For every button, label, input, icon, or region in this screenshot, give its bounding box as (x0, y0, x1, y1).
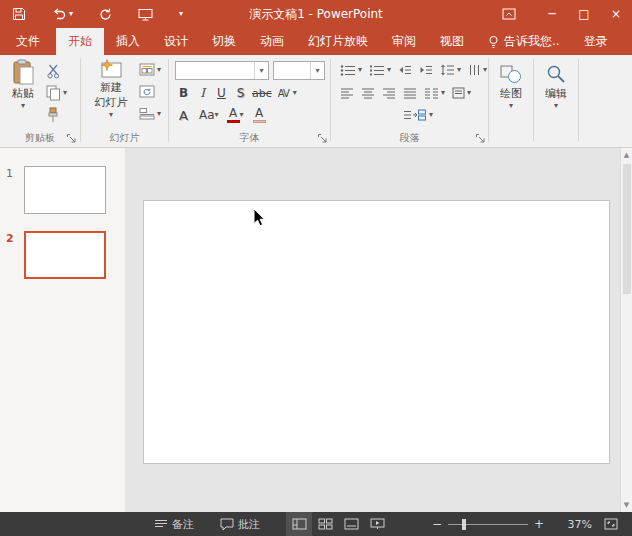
decrease-indent-icon (398, 64, 412, 76)
editing-label: 编辑 (545, 87, 567, 100)
format-painter-button[interactable] (46, 107, 60, 123)
layout-button[interactable]: ▾ (139, 63, 161, 76)
zoom-percentage[interactable]: 37% (556, 518, 592, 531)
cut-button[interactable] (46, 63, 61, 79)
reset-button[interactable] (139, 85, 155, 98)
strikethrough-button[interactable]: abc (250, 84, 274, 102)
new-slide-dropdown-icon: ▾ (109, 111, 113, 119)
sign-in-button[interactable]: 登录 (572, 28, 620, 55)
share-button[interactable]: 共享 (620, 28, 632, 55)
ribbon-display-options-button[interactable] (494, 0, 524, 28)
tab-view[interactable]: 视图 (428, 28, 476, 55)
bullets-button[interactable]: ▾ (337, 61, 365, 79)
columns-icon (424, 87, 439, 99)
maximize-button[interactable]: □ (568, 0, 600, 28)
tell-me-label: 告诉我您.. (504, 33, 560, 50)
clipboard-dialog-launcher[interactable] (66, 133, 77, 144)
zoom-out-button[interactable]: − (428, 512, 446, 536)
tab-animations[interactable]: 动画 (248, 28, 296, 55)
tab-review[interactable]: 审阅 (380, 28, 428, 55)
convert-smartart-button[interactable]: ▾ (400, 106, 436, 124)
tab-design[interactable]: 设计 (152, 28, 200, 55)
editing-group-button[interactable]: 编辑 ▾ (534, 63, 578, 110)
font-dialog-launcher[interactable] (317, 133, 328, 144)
mouse-cursor-icon (253, 208, 265, 227)
scrollbar-thumb[interactable] (623, 164, 631, 294)
text-shadow-button[interactable]: S (231, 84, 250, 102)
font-color-button[interactable]: A ▾ (225, 106, 246, 124)
minimize-button[interactable]: ─ (536, 0, 568, 28)
font-name-combobox[interactable]: ▾ (175, 61, 269, 80)
italic-button[interactable]: I (193, 84, 212, 102)
tab-home[interactable]: 开始 (56, 28, 104, 55)
numbered-list-icon (369, 64, 385, 76)
slide-canvas[interactable] (143, 200, 610, 464)
drawing-label: 绘图 (500, 87, 522, 100)
reading-view-icon (344, 518, 359, 530)
font-size-dropdown-icon[interactable]: ▾ (310, 62, 324, 79)
tab-slide-show[interactable]: 幻灯片放映 (296, 28, 380, 55)
paste-button[interactable]: 粘贴 ▾ (4, 59, 42, 110)
format-painter-icon (46, 107, 60, 123)
character-spacing-dropdown-icon[interactable]: ▾ (293, 89, 297, 97)
section-button[interactable]: ▾ (139, 107, 161, 120)
slide-2-thumbnail[interactable] (24, 231, 106, 279)
font-buttons-row: B I U S abc AV ▾ (174, 84, 297, 102)
justify-button[interactable] (400, 84, 420, 102)
text-direction-dropdown-icon: ▾ (483, 66, 487, 74)
clear-formatting-letter: A (255, 108, 263, 119)
slide-thumbnail-panel: 1 2 (0, 148, 125, 512)
normal-view-button[interactable] (286, 512, 312, 536)
slide-1-thumbnail[interactable] (24, 166, 106, 214)
fit-to-window-button[interactable] (598, 512, 624, 536)
zoom-slider[interactable] (448, 524, 528, 525)
slideshow-view-button[interactable] (364, 512, 390, 536)
reading-view-button[interactable] (338, 512, 364, 536)
grow-font-button[interactable]: A (174, 106, 193, 124)
align-text-button[interactable]: ▾ (449, 84, 474, 102)
scroll-down-arrow[interactable]: ▼ (621, 498, 632, 512)
bullet-list-icon (340, 64, 356, 76)
dialog-launcher-icon (317, 133, 328, 144)
bold-button[interactable]: B (174, 84, 193, 102)
decrease-indent-button[interactable] (395, 61, 415, 79)
font-name-dropdown-icon[interactable]: ▾ (254, 62, 268, 79)
text-direction-button[interactable]: ▾ (465, 61, 490, 79)
new-slide-button[interactable]: 新建 幻灯片 ▾ (87, 59, 135, 119)
notes-button[interactable]: 备注 (146, 512, 202, 536)
scroll-up-arrow[interactable]: ▲ (621, 148, 632, 162)
font-group-label: 字体 (169, 131, 330, 145)
drawing-group-button[interactable]: 绘图 ▾ (489, 63, 533, 110)
columns-button[interactable]: ▾ (421, 84, 448, 102)
slide-sorter-view-button[interactable] (312, 512, 338, 536)
align-center-button[interactable] (358, 84, 378, 102)
character-spacing-button[interactable]: AV (274, 84, 293, 102)
underline-button[interactable]: U (212, 84, 231, 102)
tab-file[interactable]: 文件 (0, 28, 56, 55)
align-right-button[interactable] (379, 84, 399, 102)
line-spacing-icon (440, 64, 455, 76)
paragraph-dialog-launcher[interactable] (475, 133, 486, 144)
align-left-button[interactable] (337, 84, 357, 102)
clear-formatting-button[interactable]: A (250, 106, 269, 124)
zoom-slider-thumb[interactable] (462, 519, 466, 530)
close-button[interactable]: × (600, 0, 632, 28)
magnifier-icon (545, 63, 567, 85)
zoom-in-button[interactable]: + (530, 512, 548, 536)
paragraph-row1: ▾ ▾ (337, 61, 490, 79)
tab-transitions[interactable]: 切换 (200, 28, 248, 55)
change-case-button[interactable]: Aa ▾ (197, 106, 221, 124)
smartart-icon (403, 109, 427, 121)
vertical-scrollbar[interactable]: ▲ ▼ (620, 148, 632, 512)
paragraph-row3: ▾ (400, 106, 436, 124)
lightbulb-icon (488, 35, 499, 49)
copy-button[interactable]: ▾ (46, 85, 67, 101)
increase-indent-button[interactable] (416, 61, 436, 79)
font-size-combobox[interactable]: ▾ (273, 61, 325, 80)
line-spacing-button[interactable]: ▾ (437, 61, 464, 79)
slide-1-number: 1 (6, 167, 13, 180)
tab-insert[interactable]: 插入 (104, 28, 152, 55)
numbering-button[interactable]: ▾ (366, 61, 394, 79)
tell-me-box[interactable]: 告诉我您.. (476, 28, 572, 55)
comments-button[interactable]: 批注 (212, 512, 268, 536)
